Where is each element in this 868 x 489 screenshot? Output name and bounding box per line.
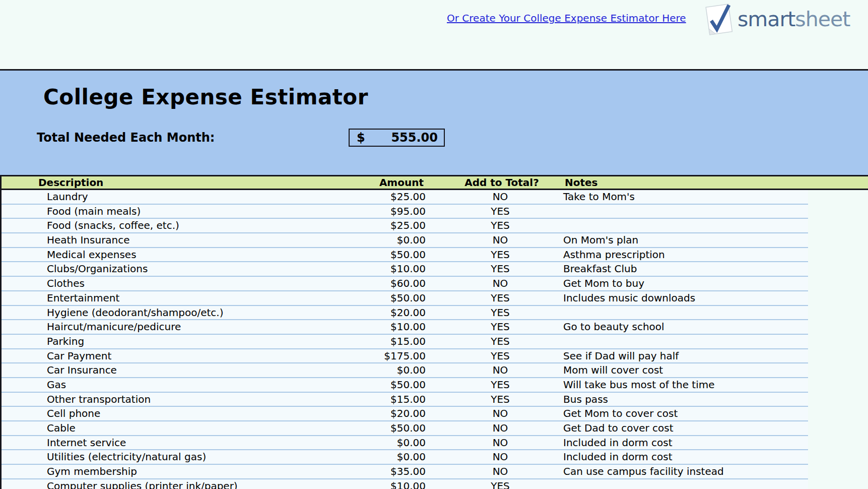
description-cell[interactable]: Other transportation xyxy=(47,393,151,406)
description-cell[interactable]: Clothes xyxy=(47,277,85,290)
amount-cell[interactable]: $50.00 xyxy=(302,378,426,392)
notes-cell[interactable]: Can use campus facility instead xyxy=(563,465,724,478)
description-cell[interactable]: Food (main meals) xyxy=(47,205,141,218)
description-cell[interactable]: Cable xyxy=(47,421,76,435)
notes-cell[interactable]: Asthma prescription xyxy=(563,248,665,262)
description-cell[interactable]: Haircut/manicure/pedicure xyxy=(47,320,181,334)
description-cell[interactable]: Internet service xyxy=(47,436,126,450)
amount-cell[interactable]: $25.00 xyxy=(302,219,426,232)
add-to-total-cell[interactable]: NO xyxy=(447,363,554,377)
logo-word-smart: smart xyxy=(738,7,795,31)
notes-cell[interactable]: Get Dad to cover cost xyxy=(563,421,674,435)
table-row: Car Insurance $0.00 NO Mom will cover co… xyxy=(2,363,808,378)
total-needed-cell[interactable]: $ 555.00 xyxy=(349,129,445,147)
notes-cell[interactable]: See if Dad will pay half xyxy=(563,349,679,363)
description-cell[interactable]: Cell phone xyxy=(47,407,100,420)
add-to-total-cell[interactable]: YES xyxy=(447,248,554,262)
notes-cell[interactable]: Get Mom to buy xyxy=(563,277,644,290)
add-to-total-cell[interactable]: YES xyxy=(447,378,554,392)
amount-cell[interactable]: $175.00 xyxy=(302,349,426,363)
description-cell[interactable]: Computer supplies (printer ink/paper) xyxy=(47,479,238,489)
add-to-total-cell[interactable]: YES xyxy=(447,393,554,406)
add-to-total-cell[interactable]: YES xyxy=(447,335,554,348)
add-to-total-cell[interactable]: NO xyxy=(447,436,554,450)
total-value: 555.00 xyxy=(391,131,438,145)
add-to-total-cell[interactable]: YES xyxy=(447,479,554,489)
amount-cell[interactable]: $20.00 xyxy=(302,306,426,320)
add-to-total-cell[interactable]: YES xyxy=(447,320,554,334)
notes-cell[interactable]: Includes music downloads xyxy=(563,291,695,305)
add-to-total-cell[interactable]: YES xyxy=(447,306,554,320)
amount-cell[interactable]: $0.00 xyxy=(302,363,426,377)
table-row: Car Payment $175.00 YES See if Dad will … xyxy=(2,349,808,364)
table-row: Clubs/Organizations $10.00 YES Breakfast… xyxy=(2,262,808,277)
description-cell[interactable]: Gas xyxy=(47,378,66,392)
column-header-notes: Notes xyxy=(565,176,598,189)
notes-cell[interactable]: Included in dorm cost xyxy=(563,436,673,450)
notes-cell[interactable]: Included in dorm cost xyxy=(563,450,673,464)
title-band: College Expense Estimator Total Needed E… xyxy=(0,69,868,175)
amount-cell[interactable]: $10.00 xyxy=(302,479,426,489)
add-to-total-cell[interactable]: YES xyxy=(447,349,554,363)
create-estimator-link[interactable]: Or Create Your College Expense Estimator… xyxy=(447,12,686,24)
smartsheet-logo[interactable]: smartsheet xyxy=(701,1,867,38)
add-to-total-cell[interactable]: YES xyxy=(447,291,554,305)
notes-cell[interactable]: Go to beauty school xyxy=(563,320,664,334)
add-to-total-cell[interactable]: YES xyxy=(447,205,554,218)
add-to-total-cell[interactable]: YES xyxy=(447,219,554,232)
notes-cell[interactable]: Breakfast Club xyxy=(563,262,637,276)
table-body: Laundry $25.00 NO Take to Mom's Food (ma… xyxy=(0,190,868,489)
amount-cell[interactable]: $20.00 xyxy=(302,407,426,420)
add-to-total-cell[interactable]: NO xyxy=(447,277,554,290)
description-cell[interactable]: Car Payment xyxy=(47,349,111,363)
amount-cell[interactable]: $95.00 xyxy=(302,205,426,218)
table-row: Medical expenses $50.00 YES Asthma presc… xyxy=(2,248,808,263)
description-cell[interactable]: Utilities (electricity/natural gas) xyxy=(47,450,206,464)
amount-cell[interactable]: $50.00 xyxy=(302,421,426,435)
add-to-total-cell[interactable]: NO xyxy=(447,407,554,420)
table-row: Haircut/manicure/pedicure $10.00 YES Go … xyxy=(2,320,808,335)
add-to-total-cell[interactable]: NO xyxy=(447,421,554,435)
add-to-total-cell[interactable]: NO xyxy=(447,233,554,247)
add-to-total-cell[interactable]: NO xyxy=(447,190,554,204)
description-cell[interactable]: Car Insurance xyxy=(47,363,117,377)
amount-cell[interactable]: $15.00 xyxy=(302,335,426,348)
description-cell[interactable]: Entertainment xyxy=(47,291,119,305)
total-currency-symbol: $ xyxy=(357,131,365,145)
amount-cell[interactable]: $10.00 xyxy=(302,320,426,334)
column-header-add-to-total: Add to Total? xyxy=(448,176,555,189)
notes-cell[interactable]: Mom will cover cost xyxy=(563,363,663,377)
amount-cell[interactable]: $50.00 xyxy=(302,291,426,305)
description-cell[interactable]: Heath Insurance xyxy=(47,233,130,247)
description-cell[interactable]: Hygiene (deodorant/shampoo/etc.) xyxy=(47,306,224,320)
description-cell[interactable]: Clubs/Organizations xyxy=(47,262,148,276)
table-row: Hygiene (deodorant/shampoo/etc.) $20.00 … xyxy=(2,306,808,321)
amount-cell[interactable]: $10.00 xyxy=(302,262,426,276)
notes-cell[interactable]: Bus pass xyxy=(563,393,608,406)
description-cell[interactable]: Parking xyxy=(47,335,84,348)
table-row: Food (snacks, coffee, etc.) $25.00 YES xyxy=(2,219,808,233)
description-cell[interactable]: Gym membership xyxy=(47,465,137,478)
amount-cell[interactable]: $25.00 xyxy=(302,190,426,204)
amount-cell[interactable]: $0.00 xyxy=(302,233,426,247)
notes-cell[interactable]: Take to Mom's xyxy=(563,190,635,204)
amount-cell[interactable]: $0.00 xyxy=(302,450,426,464)
checkmark-page-icon xyxy=(701,1,741,38)
amount-cell[interactable]: $35.00 xyxy=(302,465,426,478)
description-cell[interactable]: Laundry xyxy=(47,190,88,204)
notes-cell[interactable]: Get Mom to cover cost xyxy=(563,407,678,420)
notes-cell[interactable]: Will take bus most of the time xyxy=(563,378,714,392)
notes-cell[interactable]: On Mom's plan xyxy=(563,233,638,247)
table-row: Computer supplies (printer ink/paper) $1… xyxy=(2,479,808,489)
amount-cell[interactable]: $0.00 xyxy=(302,436,426,450)
add-to-total-cell[interactable]: NO xyxy=(447,465,554,478)
amount-cell[interactable]: $15.00 xyxy=(302,393,426,406)
add-to-total-cell[interactable]: YES xyxy=(447,262,554,276)
amount-cell[interactable]: $60.00 xyxy=(302,277,426,290)
table-row: Clothes $60.00 NO Get Mom to buy xyxy=(2,277,808,291)
description-cell[interactable]: Medical expenses xyxy=(47,248,137,262)
table-row: Gas $50.00 YES Will take bus most of the… xyxy=(2,378,808,393)
amount-cell[interactable]: $50.00 xyxy=(302,248,426,262)
description-cell[interactable]: Food (snacks, coffee, etc.) xyxy=(47,219,179,232)
add-to-total-cell[interactable]: NO xyxy=(447,450,554,464)
